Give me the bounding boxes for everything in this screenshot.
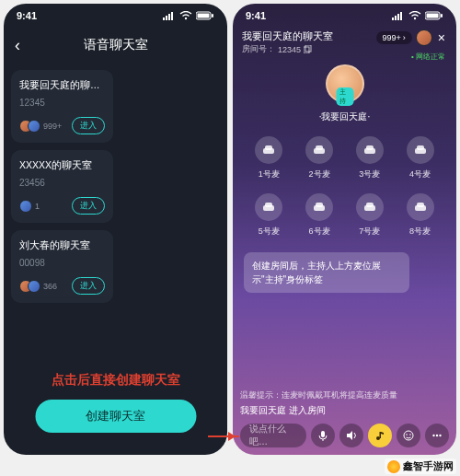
seat[interactable]: 4号麦: [395, 136, 445, 180]
info-bubble: 创建房间后，主持人上方麦位展示"主持"身份标签: [244, 252, 409, 293]
back-icon[interactable]: ‹: [15, 36, 20, 55]
svg-point-44: [439, 435, 441, 436]
room-id: 房间号： 12345: [242, 43, 333, 55]
svg-marker-36: [347, 431, 352, 440]
create-room-button[interactable]: 创建聊天室: [35, 400, 196, 433]
seat-grid: 1号麦 2号麦 3号麦 4号麦 5号麦 6号麦 7号麦 8号麦: [233, 136, 456, 238]
sofa-icon: [414, 201, 427, 214]
seat-label: 8号麦: [409, 226, 431, 238]
seat[interactable]: 7号麦: [345, 193, 396, 238]
host-avatar[interactable]: 主持: [326, 64, 364, 103]
music-button[interactable]: [368, 424, 392, 447]
svg-rect-9: [395, 16, 397, 20]
speaker-button[interactable]: [339, 424, 363, 447]
battery-icon: [425, 11, 443, 20]
svg-rect-17: [304, 47, 309, 53]
room-card-avatars: 999+: [19, 120, 62, 133]
sofa-icon: [262, 201, 275, 214]
chat-input[interactable]: 说点什么吧…: [240, 424, 306, 447]
svg-rect-33: [417, 203, 424, 207]
room-card[interactable]: 我要回天庭的聊天室 12345 999+ 进入: [11, 70, 113, 143]
svg-rect-38: [380, 432, 382, 438]
svg-point-37: [376, 436, 380, 440]
svg-point-40: [406, 434, 408, 435]
seat[interactable]: 6号麦: [294, 193, 345, 238]
watermark: 鑫智手游网: [385, 459, 456, 474]
sofa-icon: [262, 144, 275, 157]
svg-rect-1: [166, 16, 167, 20]
room-header: 我要回天庭的聊天室 房间号： 12345 999+ › × • 网络正常: [233, 28, 456, 55]
svg-rect-11: [400, 12, 402, 20]
battery-icon: [196, 11, 214, 20]
mic-button[interactable]: [311, 424, 335, 447]
svg-rect-27: [265, 203, 272, 207]
chevron-right-icon: ›: [403, 33, 406, 42]
room-card[interactable]: XXXXX的聊天室 23456 1 进入: [11, 150, 113, 223]
status-icons: [163, 11, 214, 20]
listener-count-pill[interactable]: 999+ ›: [376, 31, 412, 44]
sofa-icon: [363, 144, 376, 157]
room-card-count: 999+: [43, 122, 62, 131]
room-card-count: 1: [35, 202, 40, 211]
host-badge: 主持: [336, 87, 353, 106]
svg-rect-0: [163, 17, 165, 20]
room-card-title: 刘大春的聊天室: [19, 239, 105, 252]
room-card-avatars: 366: [19, 280, 57, 293]
host-area: 主持 ·我要回天庭·: [233, 64, 456, 123]
host-name: ·我要回天庭·: [319, 110, 371, 123]
enter-button[interactable]: 进入: [72, 197, 105, 215]
copy-icon[interactable]: [304, 45, 312, 53]
music-icon: [374, 430, 385, 441]
wifi-icon: [408, 11, 421, 20]
svg-rect-6: [198, 14, 210, 18]
svg-rect-2: [168, 14, 170, 20]
seat[interactable]: 1号麦: [244, 136, 294, 180]
svg-rect-8: [392, 17, 394, 20]
sofa-icon: [313, 201, 326, 214]
signal-icon: [392, 11, 405, 20]
room-card-id: 12345: [19, 98, 105, 108]
more-button[interactable]: [425, 424, 449, 447]
svg-point-12: [414, 17, 416, 19]
seat[interactable]: 8号麦: [395, 193, 445, 238]
room-card-id: 00098: [19, 258, 105, 268]
seat-label: 1号麦: [259, 168, 280, 180]
room-card-title: XXXXX的聊天室: [19, 159, 105, 172]
status-bar: 9:41: [4, 4, 227, 28]
seat[interactable]: 5号麦: [244, 193, 294, 238]
seat[interactable]: 3号麦: [345, 136, 396, 180]
svg-rect-16: [305, 45, 311, 52]
enter-button[interactable]: 进入: [72, 117, 105, 134]
enter-button[interactable]: 进入: [72, 277, 105, 295]
seat-label: 5号麦: [259, 226, 280, 238]
room-card-grid: 我要回天庭的聊天室 12345 999+ 进入 XXXXX的聊天室 23456: [4, 63, 227, 310]
sofa-icon: [313, 144, 326, 157]
tip-text: 温馨提示：连麦时佩戴耳机将提高连麦质量: [240, 390, 449, 401]
svg-rect-10: [397, 14, 399, 20]
seat-label: 6号麦: [309, 226, 330, 238]
seat[interactable]: 2号麦: [294, 136, 345, 180]
emoji-icon: [403, 430, 414, 441]
page-title: 语音聊天室: [84, 37, 148, 53]
room-card[interactable]: 刘大春的聊天室 00098 366 进入: [11, 230, 113, 303]
phone-chat-list: 9:41 ‹ 语音聊天室 我要回天庭的聊天室 12345 999+: [4, 4, 227, 455]
avatar-icon[interactable]: [416, 29, 432, 46]
status-time: 9:41: [17, 10, 37, 21]
svg-rect-15: [441, 14, 443, 17]
sofa-icon: [363, 201, 376, 214]
watermark-text: 鑫智手游网: [403, 459, 454, 473]
svg-point-42: [432, 435, 434, 436]
svg-rect-19: [265, 145, 272, 150]
avatar-icon: [28, 120, 40, 133]
speaker-icon: [346, 430, 357, 441]
watermark-logo-icon: [387, 460, 400, 473]
room-card-count: 366: [43, 282, 57, 291]
wifi-icon: [179, 11, 192, 20]
emoji-button[interactable]: [397, 424, 420, 447]
more-icon: [431, 430, 443, 441]
avatar-icon: [19, 200, 32, 213]
signal-icon: [163, 11, 176, 20]
annotation-text: 点击后直接创建聊天室: [4, 372, 227, 389]
svg-point-41: [409, 434, 411, 435]
close-icon[interactable]: ×: [436, 30, 447, 45]
